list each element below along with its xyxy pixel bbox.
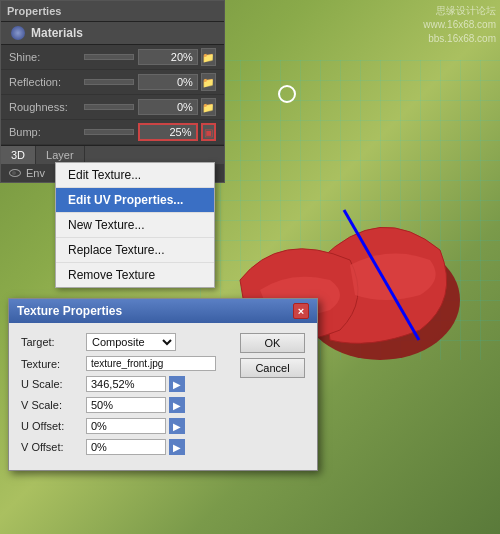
- dialog-fields: Target: Composite Texture: U Scale: ▶ V …: [21, 333, 228, 460]
- panel-header: Properties: [1, 1, 224, 22]
- eye-icon[interactable]: [9, 169, 21, 177]
- shine-label: Shine:: [9, 51, 84, 63]
- tab-3d[interactable]: 3D: [1, 146, 36, 164]
- bump-label: Bump:: [9, 126, 84, 138]
- texture-dialog: Texture Properties × Target: Composite T…: [8, 298, 318, 471]
- uoffset-row: U Offset: ▶: [21, 418, 228, 434]
- texture-row: Texture:: [21, 356, 228, 371]
- target-label: Target:: [21, 336, 86, 348]
- properties-panel: Properties Materials Shine: 📁 Reflection…: [0, 0, 225, 183]
- materials-icon: [11, 26, 25, 40]
- reflection-folder-btn[interactable]: 📁: [201, 73, 216, 91]
- uoffset-input[interactable]: [86, 418, 166, 434]
- reflection-input[interactable]: [138, 74, 198, 90]
- roughness-folder-btn[interactable]: 📁: [201, 98, 216, 116]
- materials-tab-label: Materials: [31, 26, 83, 40]
- dialog-title: Texture Properties: [17, 304, 122, 318]
- texture-label: Texture:: [21, 358, 86, 370]
- uoffset-label: U Offset:: [21, 420, 86, 432]
- context-edit-texture[interactable]: Edit Texture...: [56, 163, 214, 188]
- watermark: 思缘设计论坛 www.16x68.com bbs.16x68.com: [423, 4, 496, 46]
- shine-input[interactable]: [138, 49, 198, 65]
- target-select[interactable]: Composite: [86, 333, 176, 351]
- voffset-label: V Offset:: [21, 441, 86, 453]
- roughness-slider[interactable]: [84, 104, 134, 110]
- dialog-body: Target: Composite Texture: U Scale: ▶ V …: [9, 323, 317, 470]
- context-remove-texture[interactable]: Remove Texture: [56, 263, 214, 287]
- context-replace-texture[interactable]: Replace Texture...: [56, 238, 214, 263]
- roughness-label: Roughness:: [9, 101, 84, 113]
- shine-folder-btn[interactable]: 📁: [201, 48, 216, 66]
- dialog-close-button[interactable]: ×: [293, 303, 309, 319]
- reflection-row: Reflection: 📁: [1, 70, 224, 95]
- reflection-slider[interactable]: [84, 79, 134, 85]
- dialog-titlebar: Texture Properties ×: [9, 299, 317, 323]
- vscale-arrow-btn[interactable]: ▶: [169, 397, 185, 413]
- roughness-row: Roughness: 📁: [1, 95, 224, 120]
- voffset-row: V Offset: ▶: [21, 439, 228, 455]
- voffset-input[interactable]: [86, 439, 166, 455]
- bump-row: Bump: ▣: [1, 120, 224, 145]
- vscale-row: V Scale: ▶: [21, 397, 228, 413]
- ok-button[interactable]: OK: [240, 333, 305, 353]
- context-new-texture[interactable]: New Texture...: [56, 213, 214, 238]
- uscale-input[interactable]: [86, 376, 166, 392]
- uscale-arrow-btn[interactable]: ▶: [169, 376, 185, 392]
- target-row: Target: Composite: [21, 333, 228, 351]
- panel-header-title: Properties: [7, 5, 61, 17]
- texture-input[interactable]: [86, 356, 216, 371]
- bump-input[interactable]: [138, 123, 198, 141]
- env-label: Env: [26, 167, 45, 179]
- cancel-button[interactable]: Cancel: [240, 358, 305, 378]
- dialog-actions: OK Cancel: [240, 333, 305, 460]
- voffset-arrow-btn[interactable]: ▶: [169, 439, 185, 455]
- bump-slider[interactable]: [84, 129, 134, 135]
- roughness-input[interactable]: [138, 99, 198, 115]
- uscale-row: U Scale: ▶: [21, 376, 228, 392]
- shine-slider[interactable]: [84, 54, 134, 60]
- shine-row: Shine: 📁: [1, 45, 224, 70]
- vscale-label: V Scale:: [21, 399, 86, 411]
- indicator-circle: [278, 85, 296, 103]
- uoffset-arrow-btn[interactable]: ▶: [169, 418, 185, 434]
- bump-folder-icon: ▣: [204, 127, 213, 138]
- vscale-input[interactable]: [86, 397, 166, 413]
- context-menu: Edit Texture... Edit UV Properties... Ne…: [55, 162, 215, 288]
- reflection-label: Reflection:: [9, 76, 84, 88]
- uscale-label: U Scale:: [21, 378, 86, 390]
- materials-tab[interactable]: Materials: [1, 22, 224, 45]
- bump-folder-btn[interactable]: ▣: [201, 123, 216, 141]
- context-edit-uv[interactable]: Edit UV Properties...: [56, 188, 214, 213]
